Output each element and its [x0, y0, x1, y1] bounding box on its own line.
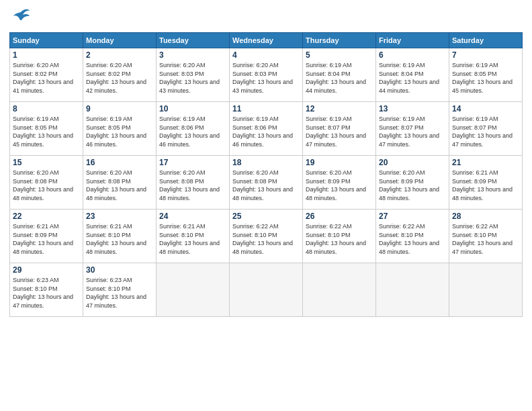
day-number: 12	[306, 104, 373, 113]
calendar-cell: 16 Sunrise: 6:20 AMSunset: 8:08 PMDaylig…	[83, 156, 157, 210]
day-number: 25	[232, 212, 300, 221]
day-info: Sunrise: 6:20 AMSunset: 8:02 PMDaylight:…	[13, 62, 73, 94]
day-number: 14	[452, 104, 519, 113]
calendar-cell: 9 Sunrise: 6:19 AMSunset: 8:05 PMDayligh…	[83, 102, 157, 156]
day-info: Sunrise: 6:19 AMSunset: 8:05 PMDaylight:…	[86, 116, 146, 148]
calendar-week-row: 15 Sunrise: 6:20 AMSunset: 8:08 PMDaylig…	[10, 156, 523, 210]
calendar-cell: 10 Sunrise: 6:19 AMSunset: 8:06 PMDaylig…	[157, 102, 230, 156]
day-info: Sunrise: 6:21 AMSunset: 8:10 PMDaylight:…	[159, 223, 220, 255]
day-number: 15	[13, 158, 80, 167]
day-number: 29	[13, 265, 80, 275]
logo	[9, 7, 31, 27]
day-info: Sunrise: 6:19 AMSunset: 8:07 PMDaylight:…	[379, 116, 439, 148]
day-number: 18	[232, 158, 300, 167]
day-number: 21	[452, 158, 519, 167]
calendar-week-row: 8 Sunrise: 6:19 AMSunset: 8:05 PMDayligh…	[10, 102, 523, 156]
day-info: Sunrise: 6:22 AMSunset: 8:10 PMDaylight:…	[452, 223, 513, 255]
day-number: 1	[13, 50, 80, 60]
day-info: Sunrise: 6:19 AMSunset: 8:04 PMDaylight:…	[306, 62, 366, 94]
day-info: Sunrise: 6:20 AMSunset: 8:03 PMDaylight:…	[159, 62, 220, 94]
calendar-cell: 21 Sunrise: 6:21 AMSunset: 8:09 PMDaylig…	[449, 156, 523, 210]
calendar-day-header: Thursday	[303, 33, 376, 48]
calendar-header-row: SundayMondayTuesdayWednesdayThursdayFrid…	[10, 33, 523, 48]
day-info: Sunrise: 6:20 AMSunset: 8:08 PMDaylight:…	[159, 169, 220, 201]
day-info: Sunrise: 6:20 AMSunset: 8:02 PMDaylight:…	[86, 62, 146, 94]
day-number: 22	[13, 212, 80, 221]
calendar-cell	[157, 263, 230, 317]
day-number: 19	[306, 158, 373, 167]
day-info: Sunrise: 6:20 AMSunset: 8:08 PMDaylight:…	[86, 169, 146, 201]
calendar-cell: 2 Sunrise: 6:20 AMSunset: 8:02 PMDayligh…	[83, 48, 157, 102]
day-number: 27	[379, 212, 446, 221]
day-number: 4	[232, 50, 300, 60]
day-number: 8	[13, 104, 80, 113]
day-info: Sunrise: 6:20 AMSunset: 8:08 PMDaylight:…	[13, 169, 73, 201]
calendar-cell: 14 Sunrise: 6:19 AMSunset: 8:07 PMDaylig…	[449, 102, 523, 156]
day-info: Sunrise: 6:21 AMSunset: 8:09 PMDaylight:…	[13, 223, 73, 255]
day-info: Sunrise: 6:19 AMSunset: 8:05 PMDaylight:…	[13, 116, 73, 148]
calendar-cell: 20 Sunrise: 6:20 AMSunset: 8:09 PMDaylig…	[376, 156, 449, 210]
day-number: 13	[379, 104, 446, 113]
day-info: Sunrise: 6:19 AMSunset: 8:06 PMDaylight:…	[159, 116, 220, 148]
page: SundayMondayTuesdayWednesdayThursdayFrid…	[0, 0, 532, 411]
day-info: Sunrise: 6:19 AMSunset: 8:04 PMDaylight:…	[379, 62, 439, 94]
logo-bird-icon	[11, 7, 31, 27]
day-number: 7	[452, 50, 519, 60]
calendar-cell: 19 Sunrise: 6:20 AMSunset: 8:09 PMDaylig…	[303, 156, 376, 210]
day-number: 9	[86, 104, 153, 113]
day-number: 24	[159, 212, 226, 221]
day-info: Sunrise: 6:21 AMSunset: 8:10 PMDaylight:…	[86, 223, 146, 255]
calendar-cell: 15 Sunrise: 6:20 AMSunset: 8:08 PMDaylig…	[10, 156, 83, 210]
calendar-day-header: Wednesday	[230, 33, 303, 48]
calendar-cell	[449, 263, 523, 317]
calendar-cell: 4 Sunrise: 6:20 AMSunset: 8:03 PMDayligh…	[230, 48, 303, 102]
calendar-cell: 13 Sunrise: 6:19 AMSunset: 8:07 PMDaylig…	[376, 102, 449, 156]
calendar-cell: 8 Sunrise: 6:19 AMSunset: 8:05 PMDayligh…	[10, 102, 83, 156]
calendar-cell	[303, 263, 376, 317]
calendar-day-header: Friday	[376, 33, 449, 48]
calendar-cell: 11 Sunrise: 6:19 AMSunset: 8:06 PMDaylig…	[230, 102, 303, 156]
day-number: 11	[232, 104, 300, 113]
day-number: 3	[159, 50, 226, 60]
day-number: 23	[86, 212, 153, 221]
day-info: Sunrise: 6:21 AMSunset: 8:09 PMDaylight:…	[452, 169, 513, 201]
calendar-cell	[230, 263, 303, 317]
calendar-cell: 18 Sunrise: 6:20 AMSunset: 8:08 PMDaylig…	[230, 156, 303, 210]
day-info: Sunrise: 6:19 AMSunset: 8:06 PMDaylight:…	[232, 116, 293, 148]
calendar-table: SundayMondayTuesdayWednesdayThursdayFrid…	[9, 32, 523, 317]
calendar-cell: 26 Sunrise: 6:22 AMSunset: 8:10 PMDaylig…	[303, 210, 376, 263]
day-info: Sunrise: 6:19 AMSunset: 8:07 PMDaylight:…	[452, 116, 513, 148]
day-number: 6	[379, 50, 446, 60]
day-info: Sunrise: 6:22 AMSunset: 8:10 PMDaylight:…	[379, 223, 439, 255]
calendar-cell: 30 Sunrise: 6:23 AMSunset: 8:10 PMDaylig…	[83, 263, 157, 317]
day-number: 20	[379, 158, 446, 167]
day-number: 10	[159, 104, 226, 113]
calendar-day-header: Sunday	[10, 33, 83, 48]
calendar-cell: 27 Sunrise: 6:22 AMSunset: 8:10 PMDaylig…	[376, 210, 449, 263]
day-number: 17	[159, 158, 226, 167]
calendar-cell: 29 Sunrise: 6:23 AMSunset: 8:10 PMDaylig…	[10, 263, 83, 317]
day-number: 16	[86, 158, 153, 167]
calendar-cell: 7 Sunrise: 6:19 AMSunset: 8:05 PMDayligh…	[449, 48, 523, 102]
day-number: 5	[306, 50, 373, 60]
calendar-cell: 23 Sunrise: 6:21 AMSunset: 8:10 PMDaylig…	[83, 210, 157, 263]
day-info: Sunrise: 6:19 AMSunset: 8:07 PMDaylight:…	[306, 116, 366, 148]
day-info: Sunrise: 6:20 AMSunset: 8:03 PMDaylight:…	[232, 62, 293, 94]
day-number: 30	[86, 265, 153, 275]
calendar-day-header: Tuesday	[157, 33, 230, 48]
calendar-cell: 25 Sunrise: 6:22 AMSunset: 8:10 PMDaylig…	[230, 210, 303, 263]
calendar-cell: 5 Sunrise: 6:19 AMSunset: 8:04 PMDayligh…	[303, 48, 376, 102]
calendar-day-header: Saturday	[449, 33, 523, 48]
calendar-cell: 22 Sunrise: 6:21 AMSunset: 8:09 PMDaylig…	[10, 210, 83, 263]
day-info: Sunrise: 6:23 AMSunset: 8:10 PMDaylight:…	[13, 277, 73, 309]
day-info: Sunrise: 6:19 AMSunset: 8:05 PMDaylight:…	[452, 62, 513, 94]
day-info: Sunrise: 6:22 AMSunset: 8:10 PMDaylight:…	[306, 223, 366, 255]
day-info: Sunrise: 6:22 AMSunset: 8:10 PMDaylight:…	[232, 223, 293, 255]
calendar-cell: 28 Sunrise: 6:22 AMSunset: 8:10 PMDaylig…	[449, 210, 523, 263]
header	[9, 7, 523, 27]
day-info: Sunrise: 6:20 AMSunset: 8:09 PMDaylight:…	[379, 169, 439, 201]
day-info: Sunrise: 6:20 AMSunset: 8:09 PMDaylight:…	[306, 169, 366, 201]
day-number: 28	[452, 212, 519, 221]
calendar-cell: 6 Sunrise: 6:19 AMSunset: 8:04 PMDayligh…	[376, 48, 449, 102]
day-info: Sunrise: 6:23 AMSunset: 8:10 PMDaylight:…	[86, 277, 146, 309]
